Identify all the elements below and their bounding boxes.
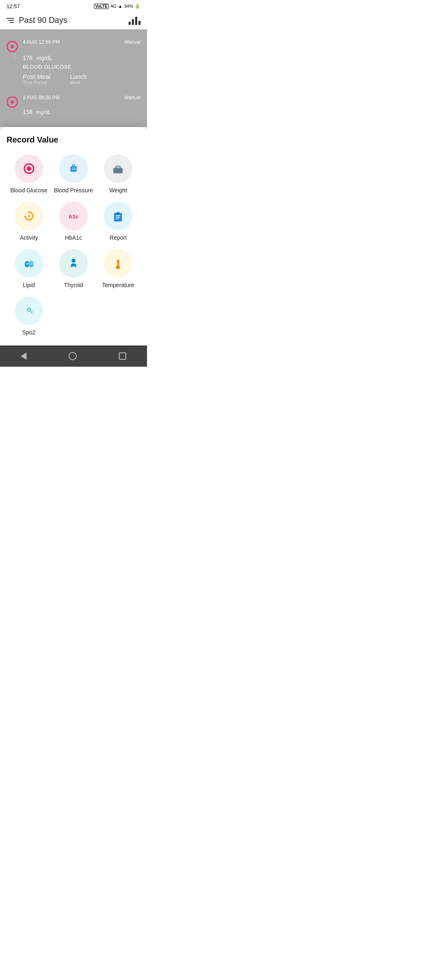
record-unit-1: mg/dL [36,55,52,61]
status-bar: 12:57 VoLTE 4G ▲ 34% 🔋 [0,0,147,11]
record-item-2: 3 AUG 08:30 PM Manual 158 mg/dL [7,91,140,120]
spo2-label: Spo2 [22,329,36,336]
record-source-2: Manual [125,95,140,100]
activity-icon-bg [15,202,43,230]
hba1c-icon-bg: A1c [59,202,88,230]
network-icon: 4G [110,4,116,9]
header: Past 90 Days [0,11,147,29]
svg-point-22 [71,259,76,263]
grid-item-blood-glucose[interactable]: Blood Glucose [7,154,51,194]
blood-glucose-icon-bg [15,154,43,183]
report-label: Report [109,234,127,241]
record-type-1: BLOOD GLUCOSE [23,64,140,70]
svg-rect-16 [116,218,119,219]
record-dot-2 [7,96,18,108]
back-button[interactable] [21,352,27,360]
recents-button[interactable] [119,352,126,360]
svg-rect-15 [116,217,120,218]
thyroid-label: Thyroid [64,282,83,288]
record-meta-2: 3 AUG 08:30 PM Manual [23,95,140,100]
blood-pressure-icon: BP [66,161,81,176]
sheet-title: Record Value [7,135,140,145]
signal-icon: ▲ [118,4,122,9]
chart-button[interactable] [129,16,140,25]
header-left: Past 90 Days [7,16,67,25]
svg-rect-9 [116,166,120,168]
spo2-icon: O 2 [21,303,37,318]
bottom-nav [0,345,147,367]
filter-button[interactable] [7,18,14,23]
status-icons: VoLTE 4G ▲ 34% 🔋 [94,4,140,9]
activity-label: Activity [20,234,38,241]
grid-item-hba1c[interactable]: A1c HbA1c [51,202,96,241]
status-time: 12:57 [7,3,20,9]
record-item-1: 4 AUG 12:56 PM Manual 178 mg/dL BLOOD GL… [7,36,140,88]
record-body-1: 4 AUG 12:56 PM Manual 178 mg/dL BLOOD GL… [23,39,140,85]
weight-icon [110,161,126,176]
weight-icon-bg [104,154,132,183]
grid-item-temperature[interactable]: Temperature [96,249,140,288]
record-date-1: 4 AUG 12:56 PM [23,39,60,45]
page-title: Past 90 Days [19,16,67,25]
svg-text:BP: BP [72,168,75,170]
temperature-icon [110,256,126,271]
record-details-1: Post-Meal Time Period Lunch Meal [23,73,140,85]
svg-rect-4 [72,164,73,167]
hba1c-label: HbA1c [65,234,82,241]
lipid-icon-bg: HDL LDL [15,249,43,278]
report-icon-bg [104,202,132,230]
record-dot-1 [7,41,18,52]
svg-rect-14 [116,215,120,216]
record-meta-1: 4 AUG 12:56 PM Manual [23,39,140,45]
volte-icon: VoLTE [94,4,109,9]
svg-text:LDL: LDL [30,263,33,265]
record-source-1: Manual [125,39,140,45]
lipid-icon: HDL LDL [21,256,37,271]
lipid-label: Lipid [23,282,35,288]
svg-text:A1c: A1c [69,214,78,220]
svg-rect-5 [74,164,75,167]
bottom-sheet: Record Value Blood Glucose [0,127,147,345]
thyroid-icon-bg [59,249,88,278]
svg-point-1 [27,166,31,171]
svg-rect-17 [117,212,120,214]
record-time-period: Post-Meal Time Period [23,73,51,85]
svg-rect-7 [114,168,123,173]
record-date-2: 3 AUG 08:30 PM [23,95,60,100]
record-value-1: 178 mg/dL [23,47,140,64]
spo2-icon-bg: O 2 [15,296,43,325]
grid-item-spo2[interactable]: O 2 Spo2 [7,296,51,336]
blood-glucose-icon [21,161,37,176]
temperature-label: Temperature [102,282,134,288]
svg-text:2: 2 [31,310,32,314]
record-meal: Lunch Meal [70,73,87,85]
blood-pressure-label: Blood Pressure [54,187,93,194]
svg-rect-27 [118,263,118,267]
svg-point-11 [28,215,30,217]
home-button[interactable] [69,352,77,360]
svg-text:HDL: HDL [26,263,30,265]
background-content: 4 AUG 12:56 PM Manual 178 mg/dL BLOOD GL… [0,29,147,127]
hba1c-icon: A1c [66,208,81,224]
record-unit-2: mg/dL [36,109,51,115]
temperature-icon-bg [104,249,132,278]
weight-label: Weight [109,187,127,194]
thyroid-icon [66,256,81,271]
blood-pressure-icon-bg: BP [59,154,88,183]
battery-icon: 🔋 [135,4,140,9]
grid-item-report[interactable]: Report [96,202,140,241]
battery-text: 34% [124,4,133,9]
grid-item-lipid[interactable]: HDL LDL Lipid [7,249,51,288]
grid-item-thyroid[interactable]: Thyroid [51,249,96,288]
activity-icon [21,208,37,224]
grid-item-weight[interactable]: Weight [96,154,140,194]
report-icon [110,208,126,224]
blood-glucose-label: Blood Glucose [10,187,47,194]
grid-item-blood-pressure[interactable]: BP Blood Pressure [51,154,96,194]
record-value-2: 158 mg/dL [23,102,140,117]
record-body-2: 3 AUG 08:30 PM Manual 158 mg/dL [23,95,140,117]
grid-item-activity[interactable]: Activity [7,202,51,241]
record-value-grid: Blood Glucose BP Blood Pressure [7,154,140,336]
